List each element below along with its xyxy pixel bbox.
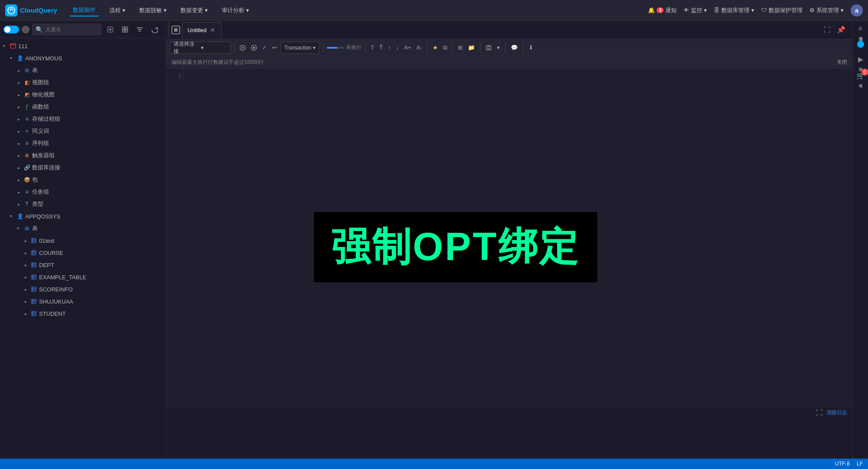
nav-data-protect[interactable]: 🛡 数据保护管理 bbox=[761, 7, 802, 14]
add-button[interactable] bbox=[104, 23, 116, 36]
top-navigation: CloudQuery 数据操作 流程 数据脱敏 数据变更 审计分析 🔔 3 通知… bbox=[0, 0, 868, 21]
editor-area[interactable]: 1 强制OPT绑定 ⛶ 清除日志 bbox=[166, 69, 852, 469]
sidebar-item-pkg-group[interactable]: ▸ 📦 包 bbox=[0, 174, 166, 186]
connection-selector[interactable]: 请选择连接 bbox=[170, 42, 230, 54]
tab-label: Untitled bbox=[187, 27, 207, 33]
task-label: 任务组 bbox=[32, 188, 49, 196]
sidebar-item-task-group[interactable]: ▸ ≡ 任务组 bbox=[0, 186, 166, 198]
sidebar-item-appqossys[interactable]: ▸ 👤 APPQOSSYS bbox=[0, 210, 166, 222]
tabs-right-actions: ⛶ 📌 bbox=[821, 24, 851, 36]
check-button[interactable]: ✓ bbox=[260, 42, 269, 54]
svg-rect-19 bbox=[32, 275, 36, 279]
sidebar-item-view-group[interactable]: ▸ ◧ 视图组 bbox=[0, 76, 166, 89]
theme-toggle[interactable] bbox=[3, 26, 19, 33]
tbl-icon-course bbox=[30, 249, 37, 256]
sidebar-item-01test[interactable]: ▸ 01test bbox=[0, 234, 166, 247]
run-button[interactable] bbox=[238, 42, 247, 54]
output-area: ⛶ 清除日志 bbox=[166, 406, 852, 459]
bookmark-button[interactable]: ⧉ bbox=[441, 42, 449, 54]
nav-data-ops[interactable]: 数据操作 bbox=[69, 4, 99, 17]
comment-button[interactable]: 💬 bbox=[509, 42, 519, 54]
connection-placeholder: 请选择连接 bbox=[174, 40, 199, 55]
avatar[interactable]: a bbox=[851, 4, 863, 17]
arrow-func: ▸ bbox=[16, 104, 22, 110]
pkg-icon: 📦 bbox=[23, 176, 30, 183]
maximize-output-button[interactable]: ⛶ bbox=[816, 409, 823, 417]
divider-3 bbox=[365, 43, 365, 53]
nav-workflow[interactable]: 流程 bbox=[106, 5, 129, 16]
divider-4 bbox=[427, 43, 427, 53]
nav-right-group: 🔔 3 通知 👁 监控 🗄 数据库管理 🛡 数据保护管理 ⚙ 系统管理 a bbox=[648, 4, 863, 17]
sidebar-item-proc-group[interactable]: ▸ ≡ 存储过程组 bbox=[0, 113, 166, 125]
nav-data-masking[interactable]: 数据脱敏 bbox=[136, 5, 170, 16]
appqossys-label: APPQOSSYS bbox=[25, 213, 60, 220]
sidebar-item-shujukuaa[interactable]: ▸ SHUJUKUAA bbox=[0, 295, 166, 307]
filter-button[interactable] bbox=[134, 23, 146, 36]
grid-button[interactable] bbox=[119, 23, 131, 36]
size-up-button[interactable]: A+ bbox=[402, 42, 413, 54]
sidebar-item-trig-group[interactable]: ▸ ⊕ 触发器组 bbox=[0, 149, 166, 162]
folder-button[interactable]: 📁 bbox=[466, 42, 477, 54]
sidebar-item-anonymous[interactable]: ▸ 👤 ANONYMOUS bbox=[0, 52, 166, 64]
arrow-down-button[interactable]: ↓ bbox=[395, 42, 401, 54]
sidebar-item-mview-group[interactable]: ▸ ◩ 物化视图 bbox=[0, 89, 166, 101]
cart-badge: 0 bbox=[861, 69, 868, 76]
sidebar-item-db111[interactable]: ▸ 111 bbox=[0, 40, 166, 52]
nav-monitor[interactable]: 👁 监控 bbox=[684, 7, 707, 14]
nav-data-change[interactable]: 数据变更 bbox=[177, 5, 211, 16]
refresh-button[interactable] bbox=[148, 23, 161, 36]
tab-close-button[interactable]: ✕ bbox=[209, 26, 216, 34]
arrow-example: ▸ bbox=[23, 274, 29, 280]
close-info-button[interactable]: 关闭 bbox=[837, 59, 847, 66]
nav-notification[interactable]: 🔔 3 通知 bbox=[648, 7, 677, 14]
syn-label: 同义词 bbox=[32, 127, 49, 135]
size-down-button[interactable]: A- bbox=[414, 42, 424, 54]
save-button[interactable] bbox=[484, 42, 493, 54]
clear-log-button[interactable]: 清除日志 bbox=[826, 409, 847, 416]
nav-sys-manage[interactable]: ⚙ 系统管理 bbox=[809, 7, 844, 14]
shujukuaa-label: SHUJUKUAA bbox=[39, 298, 73, 305]
font-bar-button[interactable]: T̄ bbox=[378, 42, 385, 54]
trig-icon: ⊕ bbox=[23, 152, 30, 159]
font-t-button[interactable]: T bbox=[369, 42, 376, 54]
rs-item-treeinfo[interactable]: ≡ 暂无树节点信息 bbox=[856, 24, 865, 34]
sidebar-item-appq-tables[interactable]: ▸ ⊞ 表 bbox=[0, 222, 166, 234]
sidebar-item-syn-group[interactable]: ▸ ≈ 同义词 bbox=[0, 125, 166, 137]
stop-button[interactable] bbox=[249, 42, 259, 54]
pin-button[interactable]: 📌 bbox=[835, 24, 847, 36]
sidebar-item-dept[interactable]: ▸ DEPT bbox=[0, 259, 166, 271]
encoding-label: UTF-8 bbox=[835, 461, 850, 467]
search-input[interactable] bbox=[46, 26, 98, 33]
arrow-up-button[interactable]: ↑ bbox=[386, 42, 393, 54]
sidebar-item-student[interactable]: ▸ STUDENT bbox=[0, 307, 166, 320]
nav-audit[interactable]: 审计分析 bbox=[218, 5, 253, 16]
arrow-anon: ▸ bbox=[9, 55, 15, 61]
banner-text: 强制OPT绑定 bbox=[331, 221, 580, 274]
sidebar-item-seq-group[interactable]: ▸ ≡ 序列组 bbox=[0, 137, 166, 149]
favorite-button[interactable]: ★ bbox=[431, 42, 440, 54]
element-search-box[interactable]: 🔍 bbox=[32, 23, 102, 36]
rs-item-run-tasks[interactable]: ▶ 运行任务 bbox=[856, 55, 865, 64]
scoreinfo-label: SCOREINFO bbox=[39, 286, 72, 293]
sidebar-item-func-group[interactable]: ▸ ƒ 函数组 bbox=[0, 101, 166, 113]
sidebar-item-course[interactable]: ▸ COURSE bbox=[0, 247, 166, 259]
arrow-trig: ▸ bbox=[16, 152, 22, 159]
insert-button[interactable]: ⊞ bbox=[456, 42, 464, 54]
transaction-chevron-icon bbox=[313, 45, 316, 51]
sidebar-item-example-table[interactable]: ▸ EXAMPLE_TABLE bbox=[0, 271, 166, 283]
rs-item-cart[interactable]: 🛒 0 申请单 bbox=[856, 71, 865, 81]
undo-button[interactable]: ↩ bbox=[270, 42, 279, 54]
content-area: Untitled ✕ ⛶ 📌 请选择连接 bbox=[166, 21, 852, 469]
sidebar-item-table-group[interactable]: ▸ ⊞ 表 bbox=[0, 64, 166, 76]
sidebar-item-link-group[interactable]: ▸ 🔗 数据库连接 bbox=[0, 162, 166, 174]
sidebar-item-type-group[interactable]: ▸ T 类型 bbox=[0, 198, 166, 210]
sidebar-item-scoreinfo[interactable]: ▸ SCOREINFO bbox=[0, 283, 166, 295]
save-dropdown-button[interactable]: ▾ bbox=[495, 42, 502, 54]
tab-untitled[interactable]: Untitled ✕ bbox=[182, 22, 222, 38]
theme-dot bbox=[22, 26, 30, 33]
nav-db-manage[interactable]: 🗄 数据库管理 bbox=[714, 7, 754, 14]
editor-toolbar: 请选择连接 ✓ ↩ Transaction bbox=[166, 39, 852, 56]
transaction-button[interactable]: Transaction bbox=[280, 42, 319, 54]
maximize-editor-button[interactable]: ⛶ bbox=[821, 24, 833, 36]
download-button[interactable]: ⬇ bbox=[527, 42, 535, 54]
